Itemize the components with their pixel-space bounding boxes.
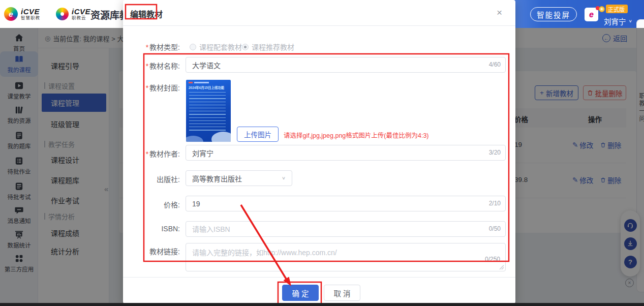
textbook-name-input[interactable] — [186, 57, 506, 73]
price-field-wrap: 2/10 — [186, 196, 506, 211]
smart-cast-button[interactable]: 智能投屏 — [530, 7, 577, 21]
app-launcher-icon[interactable] — [585, 8, 598, 21]
resize-handle-icon[interactable] — [499, 265, 504, 270]
logo-brand: iCVE — [72, 8, 90, 16]
poster-cloud-art — [186, 136, 203, 142]
chevron-down-icon: ∨ — [282, 176, 286, 181]
logo-brand: iCVE — [21, 8, 40, 16]
char-counter: 0/250 — [485, 256, 500, 263]
radio-icon — [190, 44, 196, 50]
field-label-price: 价格: — [123, 199, 180, 209]
field-label-link: 教材链接: — [123, 246, 180, 256]
field-label-name: *教材名称: — [123, 60, 180, 71]
poster-title: 2024年6月15日上线功能 — [189, 85, 224, 89]
field-label-publisher: 出版社: — [123, 174, 180, 184]
char-counter: 3/20 — [489, 149, 501, 156]
radio-option-recommended[interactable]: 课程推荐教材 — [242, 42, 294, 52]
username-text: 刘宵宁 — [604, 16, 626, 26]
required-marker: * — [146, 62, 148, 70]
divider — [123, 25, 515, 26]
version-badge-wrap: ★ 正式版 — [599, 5, 628, 13]
logo-sub: 智慧职教 — [21, 16, 40, 20]
textbook-cover-image: 2024年6月15日上线功能 — [186, 80, 231, 142]
char-counter: 0/50 — [489, 225, 501, 232]
field-label-type: *教材类型: — [123, 42, 180, 52]
screen: iCVE 智慧职教 iCVE 职教云 资源库教 智能投屏 ★ 正式版 刘宵宁 ∨… — [0, 0, 644, 306]
price-input[interactable] — [186, 196, 506, 211]
poster-cloud-art — [211, 132, 231, 142]
char-counter: 4/60 — [489, 61, 501, 68]
platform-title: 资源库教 — [90, 8, 123, 21]
bottom-edge-bar — [0, 303, 644, 306]
logo-sub: 职教云 — [72, 16, 90, 20]
version-badge: 正式版 — [606, 5, 628, 13]
chevron-down-icon: ∨ — [629, 19, 632, 23]
radio-option-bundled[interactable]: 课程配套教材 — [190, 42, 242, 52]
poster-text-lines — [189, 92, 226, 132]
author-input[interactable] — [186, 145, 506, 161]
cancel-button[interactable]: 取消 — [324, 285, 360, 301]
field-label-author: *教材作者: — [123, 148, 180, 159]
char-counter: 2/10 — [489, 200, 501, 207]
upload-image-button[interactable]: 上传图片 — [237, 127, 279, 142]
shell-icon — [56, 8, 69, 20]
author-field-wrap: 3/20 — [186, 145, 506, 161]
icve-zhijiaoyun-logo: iCVE 职教云 — [56, 8, 90, 20]
poster-logo-row — [189, 82, 219, 83]
isbn-field-wrap: 0/50 — [186, 221, 506, 237]
icve-swirl-icon — [4, 7, 18, 21]
edit-textbook-dialog: 编辑教材 × *教材类型: 课程配套教材 课程推荐教材 *教材名称: 4/60 … — [123, 0, 515, 303]
isbn-input[interactable] — [186, 221, 506, 237]
field-label-isbn: ISBN: — [123, 225, 180, 233]
medal-icon: ★ — [599, 6, 605, 12]
icve-zhihuizhijiao-logo: iCVE 智慧职教 — [4, 7, 40, 21]
upload-format-hint: 请选择gif,jpg,jpeg,png格式图片上传(最佳比例为4:3) — [284, 130, 429, 140]
close-icon[interactable]: × — [497, 7, 502, 18]
radio-label: 课程配套教材 — [199, 42, 242, 52]
field-label-cover: *教材封面: — [123, 82, 180, 93]
required-marker: * — [146, 84, 148, 92]
confirm-button[interactable]: 确定 — [282, 285, 319, 301]
divider — [123, 277, 515, 278]
publisher-select[interactable]: 高等教育出版社 ∨ — [186, 170, 292, 186]
required-marker: * — [146, 43, 148, 51]
user-menu[interactable]: 刘宵宁 ∨ — [604, 16, 632, 26]
radio-checked-icon — [242, 44, 249, 50]
name-field-wrap: 4/60 — [186, 57, 506, 73]
publisher-value: 高等教育出版社 — [192, 173, 242, 183]
link-placeholder: 请输入完整的链接，如http://www.hep.com.cn/ — [192, 247, 337, 257]
radio-label: 课程推荐教材 — [252, 42, 294, 52]
textbook-link-textarea[interactable]: 请输入完整的链接，如http://www.hep.com.cn/ 0/250 — [186, 243, 506, 271]
required-marker: * — [146, 150, 148, 158]
dialog-title: 编辑教材 — [130, 8, 163, 20]
